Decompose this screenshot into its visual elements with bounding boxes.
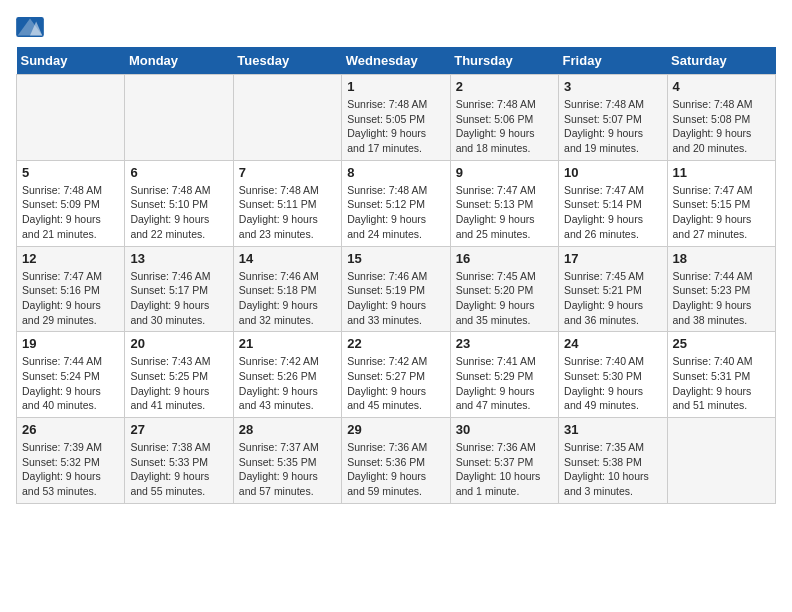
day-cell-13: 13Sunrise: 7:46 AM Sunset: 5:17 PM Dayli… xyxy=(125,246,233,332)
day-info: Sunrise: 7:45 AM Sunset: 5:21 PM Dayligh… xyxy=(564,269,661,328)
day-info: Sunrise: 7:48 AM Sunset: 5:07 PM Dayligh… xyxy=(564,97,661,156)
day-info: Sunrise: 7:39 AM Sunset: 5:32 PM Dayligh… xyxy=(22,440,119,499)
day-cell-15: 15Sunrise: 7:46 AM Sunset: 5:19 PM Dayli… xyxy=(342,246,450,332)
week-row-2: 5Sunrise: 7:48 AM Sunset: 5:09 PM Daylig… xyxy=(17,160,776,246)
weekday-header-wednesday: Wednesday xyxy=(342,47,450,75)
day-number: 19 xyxy=(22,336,119,351)
day-cell-29: 29Sunrise: 7:36 AM Sunset: 5:36 PM Dayli… xyxy=(342,418,450,504)
weekday-header-saturday: Saturday xyxy=(667,47,775,75)
day-info: Sunrise: 7:44 AM Sunset: 5:24 PM Dayligh… xyxy=(22,354,119,413)
day-info: Sunrise: 7:48 AM Sunset: 5:05 PM Dayligh… xyxy=(347,97,444,156)
week-row-5: 26Sunrise: 7:39 AM Sunset: 5:32 PM Dayli… xyxy=(17,418,776,504)
day-info: Sunrise: 7:46 AM Sunset: 5:19 PM Dayligh… xyxy=(347,269,444,328)
day-number: 25 xyxy=(673,336,770,351)
day-cell-23: 23Sunrise: 7:41 AM Sunset: 5:29 PM Dayli… xyxy=(450,332,558,418)
day-number: 17 xyxy=(564,251,661,266)
day-info: Sunrise: 7:35 AM Sunset: 5:38 PM Dayligh… xyxy=(564,440,661,499)
weekday-header-friday: Friday xyxy=(559,47,667,75)
day-cell-28: 28Sunrise: 7:37 AM Sunset: 5:35 PM Dayli… xyxy=(233,418,341,504)
day-info: Sunrise: 7:47 AM Sunset: 5:14 PM Dayligh… xyxy=(564,183,661,242)
day-number: 10 xyxy=(564,165,661,180)
logo xyxy=(16,16,48,37)
day-info: Sunrise: 7:48 AM Sunset: 5:08 PM Dayligh… xyxy=(673,97,770,156)
day-cell-21: 21Sunrise: 7:42 AM Sunset: 5:26 PM Dayli… xyxy=(233,332,341,418)
day-number: 8 xyxy=(347,165,444,180)
day-cell-5: 5Sunrise: 7:48 AM Sunset: 5:09 PM Daylig… xyxy=(17,160,125,246)
weekday-header-monday: Monday xyxy=(125,47,233,75)
day-info: Sunrise: 7:42 AM Sunset: 5:26 PM Dayligh… xyxy=(239,354,336,413)
day-cell-22: 22Sunrise: 7:42 AM Sunset: 5:27 PM Dayli… xyxy=(342,332,450,418)
day-cell-1: 1Sunrise: 7:48 AM Sunset: 5:05 PM Daylig… xyxy=(342,75,450,161)
day-cell-9: 9Sunrise: 7:47 AM Sunset: 5:13 PM Daylig… xyxy=(450,160,558,246)
day-number: 23 xyxy=(456,336,553,351)
day-number: 29 xyxy=(347,422,444,437)
day-cell-27: 27Sunrise: 7:38 AM Sunset: 5:33 PM Dayli… xyxy=(125,418,233,504)
day-info: Sunrise: 7:40 AM Sunset: 5:31 PM Dayligh… xyxy=(673,354,770,413)
day-number: 20 xyxy=(130,336,227,351)
day-cell-25: 25Sunrise: 7:40 AM Sunset: 5:31 PM Dayli… xyxy=(667,332,775,418)
day-info: Sunrise: 7:48 AM Sunset: 5:06 PM Dayligh… xyxy=(456,97,553,156)
day-cell-20: 20Sunrise: 7:43 AM Sunset: 5:25 PM Dayli… xyxy=(125,332,233,418)
day-cell-26: 26Sunrise: 7:39 AM Sunset: 5:32 PM Dayli… xyxy=(17,418,125,504)
day-number: 21 xyxy=(239,336,336,351)
day-number: 28 xyxy=(239,422,336,437)
day-cell-4: 4Sunrise: 7:48 AM Sunset: 5:08 PM Daylig… xyxy=(667,75,775,161)
day-cell-14: 14Sunrise: 7:46 AM Sunset: 5:18 PM Dayli… xyxy=(233,246,341,332)
day-info: Sunrise: 7:45 AM Sunset: 5:20 PM Dayligh… xyxy=(456,269,553,328)
day-number: 5 xyxy=(22,165,119,180)
day-number: 2 xyxy=(456,79,553,94)
day-number: 7 xyxy=(239,165,336,180)
day-cell-11: 11Sunrise: 7:47 AM Sunset: 5:15 PM Dayli… xyxy=(667,160,775,246)
day-number: 1 xyxy=(347,79,444,94)
empty-cell xyxy=(667,418,775,504)
day-number: 31 xyxy=(564,422,661,437)
empty-cell xyxy=(233,75,341,161)
day-info: Sunrise: 7:48 AM Sunset: 5:11 PM Dayligh… xyxy=(239,183,336,242)
day-cell-10: 10Sunrise: 7:47 AM Sunset: 5:14 PM Dayli… xyxy=(559,160,667,246)
page-header xyxy=(16,16,776,37)
day-number: 22 xyxy=(347,336,444,351)
day-info: Sunrise: 7:48 AM Sunset: 5:09 PM Dayligh… xyxy=(22,183,119,242)
week-row-3: 12Sunrise: 7:47 AM Sunset: 5:16 PM Dayli… xyxy=(17,246,776,332)
day-info: Sunrise: 7:46 AM Sunset: 5:18 PM Dayligh… xyxy=(239,269,336,328)
day-cell-7: 7Sunrise: 7:48 AM Sunset: 5:11 PM Daylig… xyxy=(233,160,341,246)
day-number: 3 xyxy=(564,79,661,94)
day-number: 9 xyxy=(456,165,553,180)
day-info: Sunrise: 7:37 AM Sunset: 5:35 PM Dayligh… xyxy=(239,440,336,499)
day-number: 4 xyxy=(673,79,770,94)
weekday-header-sunday: Sunday xyxy=(17,47,125,75)
day-info: Sunrise: 7:43 AM Sunset: 5:25 PM Dayligh… xyxy=(130,354,227,413)
day-info: Sunrise: 7:40 AM Sunset: 5:30 PM Dayligh… xyxy=(564,354,661,413)
week-row-1: 1Sunrise: 7:48 AM Sunset: 5:05 PM Daylig… xyxy=(17,75,776,161)
day-number: 16 xyxy=(456,251,553,266)
day-number: 12 xyxy=(22,251,119,266)
day-info: Sunrise: 7:42 AM Sunset: 5:27 PM Dayligh… xyxy=(347,354,444,413)
day-number: 13 xyxy=(130,251,227,266)
day-info: Sunrise: 7:46 AM Sunset: 5:17 PM Dayligh… xyxy=(130,269,227,328)
day-number: 14 xyxy=(239,251,336,266)
day-number: 26 xyxy=(22,422,119,437)
day-cell-3: 3Sunrise: 7:48 AM Sunset: 5:07 PM Daylig… xyxy=(559,75,667,161)
day-cell-24: 24Sunrise: 7:40 AM Sunset: 5:30 PM Dayli… xyxy=(559,332,667,418)
day-cell-12: 12Sunrise: 7:47 AM Sunset: 5:16 PM Dayli… xyxy=(17,246,125,332)
day-number: 18 xyxy=(673,251,770,266)
day-info: Sunrise: 7:48 AM Sunset: 5:12 PM Dayligh… xyxy=(347,183,444,242)
day-cell-6: 6Sunrise: 7:48 AM Sunset: 5:10 PM Daylig… xyxy=(125,160,233,246)
day-info: Sunrise: 7:36 AM Sunset: 5:36 PM Dayligh… xyxy=(347,440,444,499)
calendar-body: 1Sunrise: 7:48 AM Sunset: 5:05 PM Daylig… xyxy=(17,75,776,504)
weekday-header-row: SundayMondayTuesdayWednesdayThursdayFrid… xyxy=(17,47,776,75)
weekday-header-thursday: Thursday xyxy=(450,47,558,75)
day-info: Sunrise: 7:47 AM Sunset: 5:16 PM Dayligh… xyxy=(22,269,119,328)
empty-cell xyxy=(125,75,233,161)
generalblue-icon xyxy=(16,17,44,37)
day-info: Sunrise: 7:47 AM Sunset: 5:15 PM Dayligh… xyxy=(673,183,770,242)
day-number: 24 xyxy=(564,336,661,351)
day-info: Sunrise: 7:47 AM Sunset: 5:13 PM Dayligh… xyxy=(456,183,553,242)
day-number: 30 xyxy=(456,422,553,437)
day-cell-18: 18Sunrise: 7:44 AM Sunset: 5:23 PM Dayli… xyxy=(667,246,775,332)
day-info: Sunrise: 7:36 AM Sunset: 5:37 PM Dayligh… xyxy=(456,440,553,499)
day-number: 27 xyxy=(130,422,227,437)
day-number: 15 xyxy=(347,251,444,266)
day-cell-19: 19Sunrise: 7:44 AM Sunset: 5:24 PM Dayli… xyxy=(17,332,125,418)
day-info: Sunrise: 7:44 AM Sunset: 5:23 PM Dayligh… xyxy=(673,269,770,328)
